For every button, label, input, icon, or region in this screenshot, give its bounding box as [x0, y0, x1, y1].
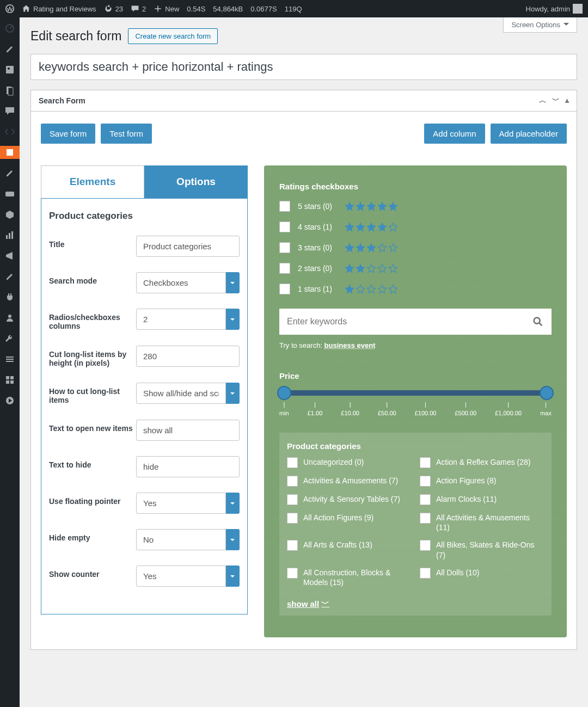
sidebar-generic1[interactable] [0, 373, 20, 386]
sidebar-comments[interactable] [0, 104, 20, 118]
rating-checkbox[interactable] [279, 284, 290, 294]
site-link[interactable]: Rating and Reviews [22, 4, 96, 13]
test-button[interactable]: Test form [101, 124, 152, 144]
search-input[interactable] [287, 317, 532, 327]
chevron-down-icon[interactable]: ﹀ [552, 96, 560, 106]
price-title: Price [279, 371, 552, 380]
input-open[interactable] [136, 420, 240, 441]
form-title-input[interactable] [30, 54, 577, 80]
sidebar-users[interactable] [0, 311, 20, 324]
category-checkbox[interactable] [287, 513, 298, 524]
avatar [573, 4, 583, 14]
new-content[interactable]: New [154, 4, 179, 13]
category-checkbox[interactable] [287, 540, 298, 551]
star-icons [345, 201, 398, 211]
select-cols[interactable] [136, 309, 240, 330]
rating-checkbox[interactable] [279, 222, 290, 232]
collapse-icon[interactable]: ▴ [565, 96, 569, 106]
category-item: Action Figures (8) [420, 476, 544, 487]
select-pointer[interactable] [136, 493, 240, 514]
rating-checkbox[interactable] [279, 201, 290, 212]
metric: 0.54S [187, 5, 205, 13]
panel-title: Search Form [39, 96, 85, 105]
label-mode: Search mode [49, 272, 136, 285]
sidebar-search-plugin[interactable] [0, 146, 20, 159]
input-cut[interactable] [136, 346, 240, 367]
create-new-button[interactable]: Create new search form [128, 28, 218, 44]
category-checkbox[interactable] [420, 494, 431, 505]
price-slider[interactable] [283, 390, 548, 396]
refresh-count[interactable]: 23 [104, 4, 123, 13]
sidebar-appearance[interactable] [0, 270, 20, 283]
label-hide: Text to hide [49, 456, 136, 469]
svg-point-11 [8, 315, 11, 318]
rating-checkbox[interactable] [279, 263, 290, 274]
sidebar-media[interactable] [0, 63, 20, 76]
add-placeholder-button[interactable]: Add placeholder [491, 124, 567, 144]
select-mode[interactable] [136, 272, 240, 293]
sidebar-marketing[interactable] [0, 249, 20, 262]
sidebar-posts[interactable] [0, 42, 20, 56]
select-how[interactable] [136, 383, 240, 404]
screen-options-toggle[interactable]: Screen Options [503, 17, 577, 33]
category-checkbox[interactable] [287, 476, 298, 487]
rating-label: 1 stars (1) [298, 285, 337, 293]
category-checkbox[interactable] [287, 568, 298, 579]
input-title[interactable] [136, 236, 240, 257]
star-icons [345, 222, 398, 232]
sidebar-plugins[interactable] [0, 291, 20, 304]
svg-rect-5 [8, 88, 13, 95]
search-icon[interactable] [532, 316, 544, 328]
sidebar-analytics[interactable] [0, 229, 20, 242]
save-button[interactable]: Save form [41, 124, 95, 144]
comments-count[interactable]: 2 [131, 4, 146, 13]
star-icons [345, 284, 398, 294]
show-all-link[interactable]: show all ﹀ [287, 599, 329, 609]
sidebar-settings[interactable] [0, 353, 20, 366]
slider-min-handle[interactable] [277, 386, 291, 400]
tab-options[interactable]: Options [144, 165, 248, 198]
sidebar-dashboard[interactable] [0, 22, 20, 35]
sidebar-pin[interactable] [0, 167, 20, 180]
admin-bar: Rating and Reviews 23 2 New 0.54S 54,864… [0, 0, 588, 17]
slider-tick: |max [540, 401, 552, 416]
category-checkbox[interactable] [420, 476, 431, 487]
tab-elements[interactable]: Elements [41, 165, 144, 198]
svg-rect-17 [6, 380, 9, 384]
rating-row: 4 stars (1) [279, 222, 552, 232]
search-box[interactable] [279, 309, 552, 335]
label-how: How to cut long-list items [49, 383, 136, 404]
category-checkbox[interactable] [420, 513, 431, 524]
rating-checkbox[interactable] [279, 242, 290, 253]
category-checkbox[interactable] [420, 568, 431, 579]
category-item: Alarm Clocks (11) [420, 494, 544, 505]
svg-rect-7 [5, 192, 14, 196]
wp-logo[interactable] [5, 4, 14, 13]
sidebar-products[interactable] [0, 208, 20, 221]
category-checkbox[interactable] [287, 457, 298, 468]
label-open: Text to open new items [49, 420, 136, 433]
sidebar-generic2[interactable] [0, 394, 20, 407]
category-checkbox[interactable] [420, 457, 431, 468]
account-link[interactable]: Howdy, admin [526, 4, 583, 14]
select-counter[interactable] [136, 565, 240, 587]
input-hide[interactable] [136, 456, 240, 477]
category-item: All Dolls (10) [420, 568, 544, 587]
sidebar-woo[interactable] [0, 187, 20, 200]
chevron-down-icon: ﹀ [321, 599, 329, 609]
category-checkbox[interactable] [287, 494, 298, 505]
category-item: All Arts & Crafts (13) [287, 540, 411, 560]
rating-label: 5 stars (0) [298, 202, 337, 211]
try-link[interactable]: business event [324, 341, 376, 349]
slider-max-handle[interactable] [540, 386, 554, 400]
category-checkbox[interactable] [420, 540, 431, 551]
sidebar-code[interactable] [0, 125, 20, 138]
svg-rect-9 [9, 233, 10, 239]
select-empty[interactable] [136, 529, 240, 550]
ratings-title: Ratings checkboxes [279, 182, 552, 191]
chevron-up-icon[interactable]: ︿ [539, 96, 547, 106]
add-column-button[interactable]: Add column [424, 124, 485, 144]
sidebar-tools[interactable] [0, 332, 20, 345]
category-item: Activities & Amusements (7) [287, 476, 411, 487]
sidebar-pages[interactable] [0, 84, 20, 97]
